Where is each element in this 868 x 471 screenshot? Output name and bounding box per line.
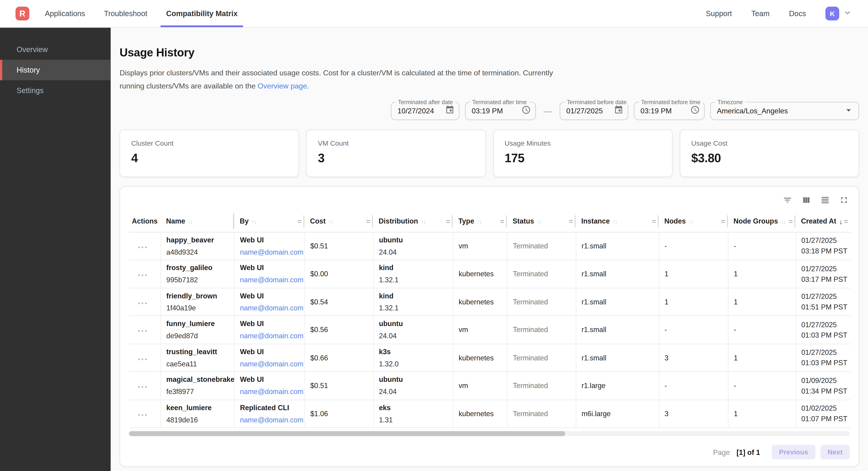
distribution-name: k3s: [379, 348, 449, 356]
app-root: R Applications Troubleshoot Compatibilit…: [0, 0, 868, 471]
column-menu-icon[interactable]: =: [721, 217, 725, 226]
column-header-type[interactable]: Type↑↓=: [453, 211, 507, 232]
secondary-nav: Support Team Docs K: [706, 0, 852, 27]
cluster-id: 1f40a19e: [166, 304, 230, 312]
distribution-name: kind: [379, 292, 449, 300]
column-header-nodes[interactable]: Nodes↑↓=: [659, 211, 728, 232]
calendar-icon[interactable]: [614, 105, 623, 117]
email-link[interactable]: name@domain.com: [240, 332, 304, 340]
timezone-select[interactable]: Timezone America/Los_Angeles: [710, 102, 859, 120]
column-menu-icon[interactable]: =: [446, 217, 450, 226]
field-value[interactable]: 10/27/2024: [397, 107, 445, 115]
cell-cost: $0.66: [305, 344, 373, 372]
cell-name: trusting_leavittcae5ea11: [161, 344, 234, 372]
column-label: Actions: [132, 218, 158, 226]
cell-status: Terminated: [507, 372, 576, 400]
row-actions-button[interactable]: ●●●: [138, 357, 148, 361]
email-link[interactable]: name@domain.com: [240, 360, 304, 368]
cell-actions: ●●●: [129, 232, 161, 260]
nav-item-docs[interactable]: Docs: [789, 0, 806, 27]
row-actions-button[interactable]: ●●●: [138, 385, 148, 389]
sidebar-item-history[interactable]: History: [0, 60, 111, 80]
column-header-actions[interactable]: Actions: [129, 211, 161, 232]
nav-item-troubleshoot[interactable]: Troubleshoot: [104, 0, 147, 27]
created-by-source: Web UI: [240, 348, 301, 356]
nav-item-support[interactable]: Support: [706, 0, 732, 27]
cluster-name: frosty_galileo: [166, 264, 230, 272]
cell-instance: r1.small: [576, 260, 659, 288]
column-header-created-at[interactable]: Created At↓=: [796, 211, 851, 232]
email-link[interactable]: name@domain.com: [240, 276, 304, 284]
column-label: Type: [458, 218, 474, 226]
email-link[interactable]: name@domain.com: [240, 304, 304, 312]
calendar-icon[interactable]: [445, 105, 455, 117]
sidebar-item-overview[interactable]: Overview: [0, 39, 111, 60]
avatar[interactable]: K: [826, 7, 839, 21]
column-label: Instance: [581, 218, 610, 226]
row-actions-button[interactable]: ●●●: [138, 245, 148, 249]
terminated-before-time-field[interactable]: Terminated before time 03:19 PM: [634, 102, 705, 120]
column-menu-icon[interactable]: =: [788, 217, 793, 226]
column-menu-icon[interactable]: =: [569, 217, 573, 226]
filter-icon[interactable]: [783, 196, 792, 205]
terminated-before-date-field[interactable]: Terminated before date 01/27/2025: [560, 102, 628, 120]
user-menu[interactable]: K: [826, 7, 852, 21]
column-header-cost[interactable]: Cost↑↓=: [305, 211, 373, 232]
next-button[interactable]: Next: [820, 445, 850, 459]
row-actions-button[interactable]: ●●●: [138, 329, 148, 333]
nav-item-applications[interactable]: Applications: [45, 0, 85, 27]
fullscreen-icon[interactable]: [839, 196, 849, 205]
chevron-down-icon[interactable]: [842, 7, 852, 20]
usage-history-table: ActionsName↑↓By↑↓=Cost↑↓=Distribution↑↓=…: [129, 211, 851, 428]
row-actions-button[interactable]: ●●●: [138, 273, 148, 277]
stat-card-vm-count: VM Count 3: [306, 129, 486, 177]
column-menu-icon[interactable]: =: [366, 217, 370, 226]
field-value[interactable]: America/Los_Angeles: [717, 107, 843, 115]
column-header-name[interactable]: Name↑↓: [161, 211, 234, 232]
row-actions-button[interactable]: ●●●: [138, 413, 148, 417]
created-date: 01/27/2025: [801, 348, 847, 356]
cell-created-at: 01/27/202501:51 PM PST: [796, 288, 851, 316]
sort-icon: ↑↓: [188, 218, 192, 225]
previous-button[interactable]: Previous: [772, 445, 815, 459]
column-header-status[interactable]: Status↑↓=: [507, 211, 576, 232]
horizontal-scrollbar[interactable]: [129, 431, 850, 436]
nav-item-compatibility-matrix[interactable]: Compatibility Matrix: [166, 0, 238, 27]
distribution-version: 1.32.0: [379, 360, 449, 368]
cell-actions: ●●●: [129, 316, 161, 344]
terminated-after-time-field[interactable]: Terminated after time 03:19 PM: [465, 102, 536, 120]
sort-icon: ↑↓: [329, 218, 333, 225]
field-value[interactable]: 03:19 PM: [471, 107, 521, 115]
terminated-after-date-field[interactable]: Terminated after date 10/27/2024: [391, 102, 460, 120]
field-value[interactable]: 03:19 PM: [641, 107, 690, 115]
email-link[interactable]: name@domain.com: [240, 415, 304, 424]
field-value[interactable]: 01/27/2025: [566, 107, 614, 115]
overview-page-link[interactable]: Overview page: [257, 82, 307, 90]
cluster-name: funny_lumiere: [166, 319, 230, 328]
email-link[interactable]: name@domain.com: [240, 248, 304, 256]
app-logo[interactable]: R: [16, 7, 29, 21]
column-menu-icon[interactable]: =: [844, 217, 848, 226]
clock-icon[interactable]: [522, 105, 531, 117]
column-header-node-groups[interactable]: Node Groups↑↓=: [728, 211, 796, 232]
column-header-distribution[interactable]: Distribution↑↓=: [373, 211, 453, 232]
sidebar-item-settings[interactable]: Settings: [0, 80, 111, 101]
clock-icon[interactable]: [690, 105, 700, 117]
column-menu-icon[interactable]: =: [500, 217, 504, 226]
nav-item-team[interactable]: Team: [751, 0, 769, 27]
density-icon[interactable]: [820, 196, 830, 205]
column-header-instance[interactable]: Instance↑↓=: [576, 211, 659, 232]
dropdown-arrow-icon[interactable]: [843, 105, 854, 118]
columns-icon[interactable]: [802, 196, 811, 205]
distribution-version: 1.31: [379, 415, 449, 424]
row-actions-button[interactable]: ●●●: [138, 301, 148, 305]
scrollbar-thumb[interactable]: [129, 431, 565, 436]
created-by-source: Web UI: [240, 236, 301, 244]
field-label: Terminated after date: [396, 99, 455, 105]
column-menu-icon[interactable]: =: [298, 217, 302, 226]
cell-actions: ●●●: [129, 260, 161, 288]
cell-type: kubernetes: [453, 400, 507, 428]
column-header-by[interactable]: By↑↓=: [234, 211, 304, 232]
email-link[interactable]: name@domain.com: [240, 388, 304, 396]
column-menu-icon[interactable]: =: [652, 217, 656, 226]
